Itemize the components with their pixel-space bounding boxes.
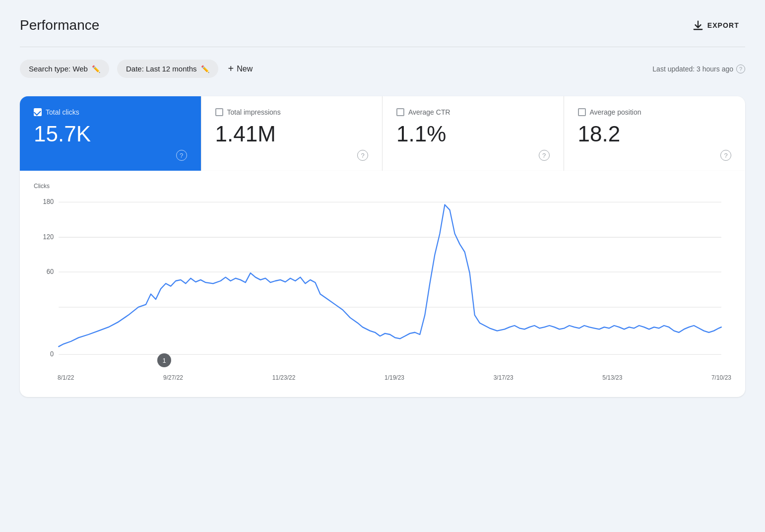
export-label: EXPORT [707, 21, 739, 29]
metric-label-impressions: Total impressions [227, 108, 281, 116]
metric-checkbox-impressions [215, 108, 223, 116]
x-label-6: 7/10/23 [711, 374, 731, 381]
download-icon [693, 20, 703, 31]
metric-total-impressions[interactable]: Total impressions 1.41M ? [201, 96, 383, 171]
plus-icon: + [228, 63, 234, 74]
last-updated-help-icon[interactable]: ? [736, 65, 745, 73]
x-label-5: 5/13/23 [602, 374, 622, 381]
x-label-1: 9/27/22 [163, 374, 183, 381]
search-type-filter[interactable]: Search type: Web ✏️ [20, 60, 109, 78]
chart-container: Clicks 180 120 60 0 [20, 171, 745, 397]
x-axis-labels: 8/1/22 9/27/22 11/23/22 1/19/23 3/17/23 … [34, 370, 731, 381]
new-label: New [237, 65, 253, 73]
metric-average-ctr[interactable]: Average CTR 1.1% ? [382, 96, 564, 171]
svg-text:180: 180 [43, 198, 54, 205]
metric-label-ctr: Average CTR [408, 108, 450, 116]
x-label-2: 11/23/22 [272, 374, 296, 381]
metric-header-ctr: Average CTR [396, 108, 550, 116]
metric-help-clicks[interactable]: ? [176, 150, 187, 161]
header-divider [20, 47, 745, 47]
filter-bar: Search type: Web ✏️ Date: Last 12 months… [20, 59, 745, 78]
metric-help-ctr[interactable]: ? [539, 150, 550, 161]
metric-help-position[interactable]: ? [720, 150, 731, 161]
metric-value-ctr: 1.1% [396, 122, 550, 146]
metric-average-position[interactable]: Average position 18.2 ? [564, 96, 746, 171]
metric-label-clicks: Total clicks [46, 108, 79, 116]
metric-checkbox-position [578, 108, 586, 116]
metric-value-impressions: 1.41M [215, 122, 369, 146]
chart-annotation[interactable]: 1 [157, 353, 171, 367]
page-title: Performance [20, 17, 99, 33]
metric-header-clicks: Total clicks [34, 108, 187, 116]
last-updated-text: Last updated: 3 hours ago [652, 65, 733, 73]
metric-checkbox-ctr [396, 108, 404, 116]
last-updated: Last updated: 3 hours ago ? [652, 65, 745, 73]
metric-help-impressions[interactable]: ? [357, 150, 368, 161]
x-label-4: 3/17/23 [494, 374, 513, 381]
date-label: Date: Last 12 months [126, 65, 197, 73]
metric-value-clicks: 15.7K [34, 122, 187, 146]
metric-header-impressions: Total impressions [215, 108, 369, 116]
export-button[interactable]: EXPORT [687, 16, 745, 35]
chart-y-label: Clicks [34, 183, 731, 190]
annotation-badge: 1 [157, 353, 171, 367]
metric-header-position: Average position [578, 108, 732, 116]
metrics-row: Total clicks 15.7K ? Total impressions 1… [20, 96, 745, 171]
pencil-icon-date: ✏️ [201, 65, 209, 73]
metric-checkbox-clicks [34, 108, 42, 116]
metrics-card: Total clicks 15.7K ? Total impressions 1… [20, 96, 745, 397]
svg-text:60: 60 [47, 268, 54, 275]
svg-text:0: 0 [50, 351, 54, 358]
date-filter[interactable]: Date: Last 12 months ✏️ [117, 60, 218, 78]
metric-value-position: 18.2 [578, 122, 732, 146]
x-label-0: 8/1/22 [58, 374, 74, 381]
metric-total-clicks[interactable]: Total clicks 15.7K ? [20, 96, 201, 171]
chart-wrapper: 180 120 60 0 1 [34, 192, 731, 370]
x-label-3: 1/19/23 [384, 374, 404, 381]
metric-label-position: Average position [590, 108, 641, 116]
svg-text:120: 120 [43, 233, 54, 241]
new-button[interactable]: + New [226, 59, 255, 78]
pencil-icon: ✏️ [92, 65, 100, 73]
search-type-label: Search type: Web [29, 65, 88, 73]
performance-chart: 180 120 60 0 [34, 192, 731, 370]
